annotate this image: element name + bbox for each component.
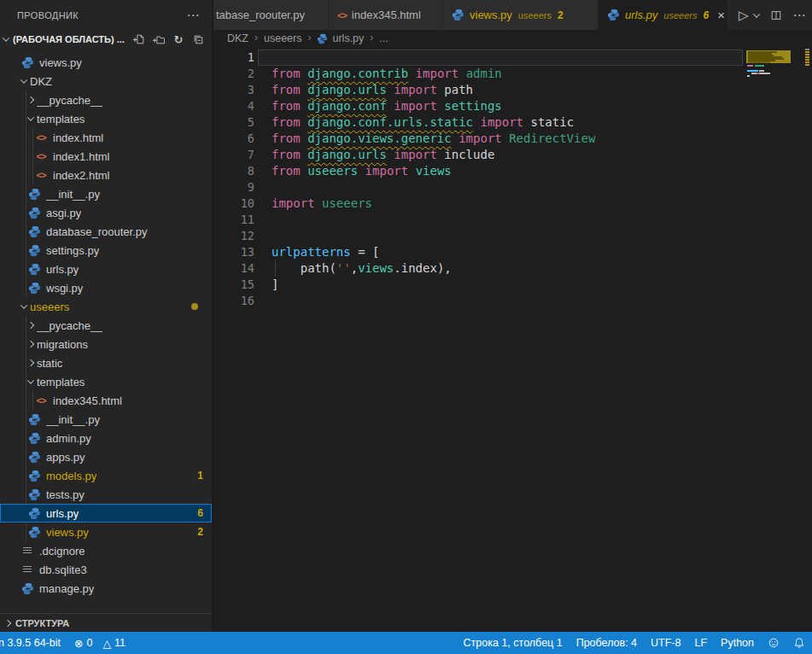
tree-item-label: __init__.py: [46, 413, 100, 426]
code-line[interactable]: [272, 50, 735, 66]
python-version-status[interactable]: n 3.9.5 64-bit: [0, 632, 67, 654]
tree-item[interactable]: views.py: [0, 53, 212, 72]
tree-item[interactable]: models.py1: [0, 466, 212, 485]
tree-item[interactable]: db.sqlite3: [0, 560, 212, 579]
breadcrumb-item[interactable]: ...: [379, 32, 388, 44]
tab-problems-badge: 6: [703, 9, 709, 21]
problems-status[interactable]: ⊗ 0 △ 11: [67, 632, 132, 654]
tree-item[interactable]: <>index2.html: [0, 166, 212, 184]
tree-item[interactable]: asgi.py: [0, 203, 212, 222]
tree-item[interactable]: <>index.html: [0, 128, 212, 147]
cursor-position-status[interactable]: Строка 1, столбец 1: [457, 632, 570, 654]
run-button-icon[interactable]: ▷: [739, 8, 749, 23]
tree-item[interactable]: urls.py6: [0, 504, 212, 523]
tree-item[interactable]: .dcignore: [0, 541, 212, 560]
html-file-icon: <>: [34, 131, 48, 144]
feedback-icon[interactable]: [761, 632, 786, 654]
minimap[interactable]: [745, 47, 801, 235]
editor-tab[interactable]: urls.pyuseeers6×: [599, 0, 728, 30]
chevron-down-icon: [26, 114, 33, 120]
tree-item[interactable]: database_roouter.py: [0, 222, 212, 241]
code-line[interactable]: from django.conf import settings: [272, 98, 735, 114]
tree-item[interactable]: urls.py: [0, 260, 212, 278]
code-line[interactable]: from django.views.generic import Redirec…: [272, 131, 735, 147]
code-line[interactable]: path('',views.index),: [272, 260, 735, 277]
problems-count-badge: 2: [197, 526, 203, 538]
new-file-icon[interactable]: [132, 32, 146, 46]
indentation-status[interactable]: Пробелов: 4: [570, 632, 644, 654]
breadcrumb-item[interactable]: DKZ: [227, 32, 248, 44]
tab-directory-hint: useeers: [518, 10, 552, 20]
code-line[interactable]: from django.contrib import admin: [272, 66, 735, 82]
code-line[interactable]: [272, 212, 735, 228]
line-number: 9: [213, 179, 272, 196]
explorer-sidebar: ПРОВОДНИК ⋯ (РАБОЧАЯ ОБЛАСТЬ) ... ↻ view…: [0, 0, 213, 632]
code-line[interactable]: from useeers import views: [272, 163, 735, 179]
tree-item[interactable]: DKZ: [0, 72, 212, 91]
language-mode-status[interactable]: Python: [714, 632, 761, 654]
tree-item[interactable]: apps.py: [0, 447, 212, 466]
code-line[interactable]: [272, 179, 735, 196]
outline-section-header[interactable]: СТРУКТУРА: [0, 613, 212, 632]
tree-item[interactable]: manage.py: [0, 579, 212, 598]
workspace-section-header[interactable]: (РАБОЧАЯ ОБЛАСТЬ) ... ↻: [0, 30, 212, 49]
collapse-folders-icon[interactable]: [191, 32, 205, 46]
tree-item[interactable]: __pycache__: [0, 91, 212, 109]
tree-item[interactable]: useeers: [0, 297, 212, 316]
tree-item-label: index.html: [53, 131, 103, 144]
tree-item[interactable]: static: [0, 353, 212, 372]
python-file-icon: [27, 262, 41, 276]
problems-count-badge: 6: [197, 507, 203, 519]
code-line[interactable]: from django.urls import include: [272, 147, 735, 163]
encoding-status[interactable]: UTF-8: [644, 632, 687, 654]
tree-item[interactable]: __init__.py: [0, 410, 212, 429]
editor-tab[interactable]: views.pyuseeers2: [443, 0, 599, 30]
tree-item-label: wsgi.py: [46, 282, 83, 295]
eol-status[interactable]: LF: [687, 632, 714, 654]
tree-item-label: tests.py: [46, 488, 85, 501]
tree-item[interactable]: __init__.py: [0, 184, 212, 203]
refresh-icon[interactable]: ↻: [172, 32, 185, 46]
html-file-icon: <>: [34, 149, 48, 163]
code-line[interactable]: urlpatterns = [: [272, 244, 735, 260]
editor-tab[interactable]: <>index345.html: [329, 0, 443, 30]
run-dropdown-chevron-icon[interactable]: [752, 10, 759, 17]
more-actions-icon[interactable]: ⋯: [793, 8, 806, 23]
html-file-icon: <>: [337, 10, 347, 20]
tree-item[interactable]: wsgi.py: [0, 278, 212, 297]
close-icon[interactable]: ×: [717, 8, 725, 22]
split-editor-icon[interactable]: [770, 9, 782, 21]
breadcrumb-item[interactable]: urls.py: [317, 32, 364, 44]
tree-item[interactable]: migrations: [0, 335, 212, 353]
tree-item[interactable]: __pycache__: [0, 316, 212, 335]
code-content[interactable]: from django.contrib import adminfrom dja…: [272, 50, 735, 309]
python-file-icon: [27, 187, 41, 201]
python-file-icon: [27, 206, 41, 219]
more-actions-icon[interactable]: ⋯: [187, 8, 200, 23]
editor-tab[interactable]: tabase_roouter.py: [213, 0, 329, 30]
code-line[interactable]: from django.conf.urls.static import stat…: [272, 114, 735, 131]
code-line[interactable]: [272, 293, 735, 309]
breadcrumb-item[interactable]: useeers: [264, 32, 301, 44]
code-line[interactable]: import useeers: [272, 196, 735, 212]
tree-item[interactable]: templates: [0, 109, 212, 128]
tree-item[interactable]: <>index1.html: [0, 147, 212, 166]
tree-item-label: static: [37, 357, 62, 370]
new-folder-icon[interactable]: [152, 32, 166, 46]
html-file-icon: <>: [34, 394, 48, 407]
tree-item[interactable]: admin.py: [0, 429, 212, 447]
code-line[interactable]: [272, 228, 735, 244]
tree-item[interactable]: <>index345.html: [0, 391, 212, 410]
code-line[interactable]: from django.urls import path: [272, 82, 735, 98]
code-editor[interactable]: 12345678910111213141516 from django.cont…: [213, 47, 812, 632]
tree-item[interactable]: templates: [0, 372, 212, 391]
code-line[interactable]: ]: [272, 277, 735, 293]
notifications-bell-icon[interactable]: [786, 632, 812, 654]
chevron-down-icon: [3, 34, 9, 41]
tree-item[interactable]: tests.py: [0, 485, 212, 504]
tree-item-label: index345.html: [53, 394, 122, 407]
tree-item[interactable]: views.py2: [0, 523, 212, 541]
html-file-icon: <>: [34, 168, 48, 182]
chevron-right-icon: [26, 341, 33, 347]
tree-item[interactable]: settings.py: [0, 241, 212, 260]
